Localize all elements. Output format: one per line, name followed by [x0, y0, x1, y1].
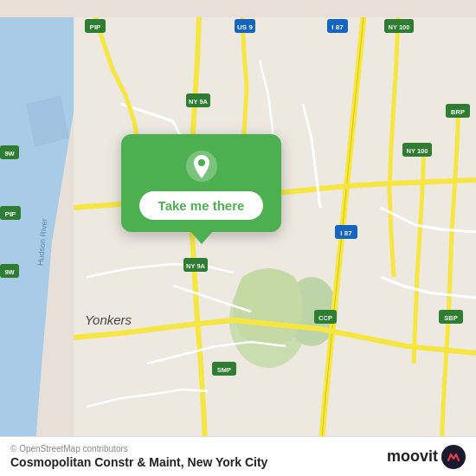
- svg-text:PIP: PIP: [90, 23, 102, 31]
- location-pin-icon: [185, 150, 218, 183]
- map-container: PIP US 9 I 87 NY 9A NY 100 NY 100 BRP I …: [0, 0, 476, 476]
- take-me-there-button[interactable]: Take me there: [139, 191, 264, 220]
- svg-text:NY 9A: NY 9A: [186, 262, 206, 270]
- svg-text:US 9: US 9: [237, 23, 253, 31]
- bottom-left: © OpenStreetMap contributors Cosmopolita…: [10, 444, 267, 469]
- svg-text:I 87: I 87: [340, 229, 352, 237]
- svg-point-36: [198, 159, 205, 166]
- city-label: Yonkers: [85, 312, 132, 327]
- location-title: Cosmopolitan Constr & Maint, New York Ci…: [10, 455, 267, 469]
- svg-rect-1: [74, 17, 476, 459]
- svg-text:9W: 9W: [4, 268, 15, 276]
- moovit-wordmark: moovit: [387, 447, 438, 466]
- svg-text:SMP: SMP: [217, 366, 231, 374]
- svg-text:SBP: SBP: [444, 314, 457, 322]
- popup-card: Take me there: [121, 134, 281, 232]
- svg-text:NY 9A: NY 9A: [189, 98, 209, 106]
- svg-text:NY 100: NY 100: [407, 147, 428, 155]
- svg-text:I 87: I 87: [331, 23, 344, 31]
- svg-text:CCP: CCP: [318, 314, 332, 322]
- svg-text:NY 100: NY 100: [389, 23, 410, 31]
- moovit-logo-svg: [444, 447, 463, 466]
- bottom-bar: © OpenStreetMap contributors Cosmopolita…: [0, 436, 476, 476]
- copyright-text: © OpenStreetMap contributors: [10, 444, 267, 453]
- map-svg: PIP US 9 I 87 NY 9A NY 100 NY 100 BRP I …: [0, 0, 476, 476]
- moovit-logo: moovit: [387, 445, 466, 469]
- svg-text:BRP: BRP: [451, 108, 465, 116]
- svg-text:9W: 9W: [4, 150, 15, 158]
- svg-text:PIP: PIP: [5, 210, 17, 218]
- moovit-icon: [441, 445, 466, 469]
